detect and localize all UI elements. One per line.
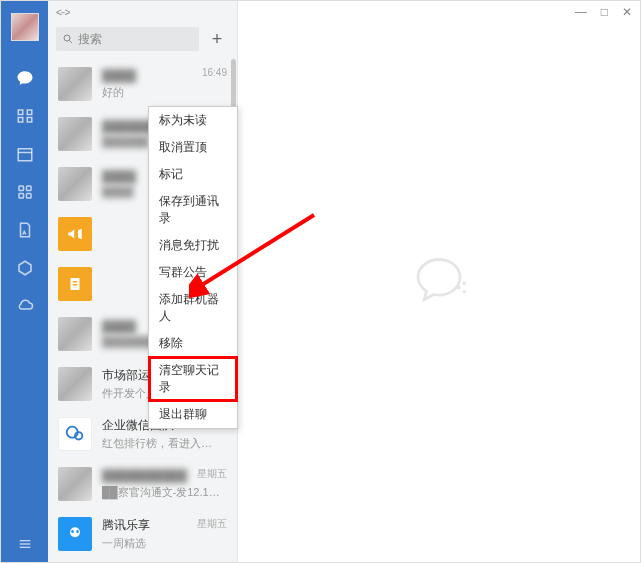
svg-point-17	[64, 35, 70, 41]
ctx-item-4[interactable]: 消息免打扰	[149, 232, 237, 259]
minimize-button[interactable]: —	[575, 5, 587, 19]
svg-point-28	[457, 285, 461, 289]
window-controls: — □ ✕	[575, 5, 632, 19]
context-menu: 标为未读取消置顶标记保存到通讯录消息免打扰写群公告添加群机器人移除清空聊天记录退…	[148, 106, 238, 429]
svg-line-18	[70, 41, 73, 44]
svg-point-26	[76, 530, 79, 533]
svg-rect-4	[18, 149, 32, 161]
svg-rect-12	[26, 194, 31, 199]
chat-avatar	[58, 117, 92, 151]
chat-avatar	[58, 317, 92, 351]
nav-docs-icon[interactable]	[1, 211, 48, 249]
ctx-item-7[interactable]: 移除	[149, 330, 237, 357]
list-header: <··>	[48, 1, 237, 23]
nav-apps-icon[interactable]	[1, 173, 48, 211]
left-sidebar	[1, 1, 48, 562]
close-button[interactable]: ✕	[622, 5, 632, 19]
ctx-item-6[interactable]: 添加群机器人	[149, 286, 237, 330]
nav-workbench-icon[interactable]	[1, 249, 48, 287]
chat-avatar	[58, 267, 92, 301]
chat-preview: 一周精选	[102, 536, 227, 551]
chat-avatar	[58, 67, 92, 101]
chat-avatar	[58, 517, 92, 551]
chat-avatar	[58, 217, 92, 251]
add-button[interactable]: +	[205, 27, 229, 51]
ctx-item-3[interactable]: 保存到通讯录	[149, 188, 237, 232]
ctx-item-1[interactable]: 取消置顶	[149, 134, 237, 161]
svg-rect-0	[18, 110, 23, 115]
nav-calendar-icon[interactable]	[1, 135, 48, 173]
nav-chat-icon[interactable]	[1, 59, 48, 97]
ctx-item-0[interactable]: 标为未读	[149, 107, 237, 134]
menu-toggle-icon[interactable]	[1, 536, 48, 552]
svg-rect-10	[26, 186, 31, 191]
search-input[interactable]: 搜索	[56, 27, 199, 51]
chat-time: 星期五	[197, 467, 227, 481]
chat-preview: ██察官沟通文-发12.1…	[102, 485, 227, 500]
search-placeholder: 搜索	[78, 31, 102, 48]
nav-contacts-icon[interactable]	[1, 97, 48, 135]
chat-item[interactable]: 审批你的用章申请（不外…星期四	[48, 559, 237, 562]
svg-rect-9	[19, 186, 24, 191]
more-dots-icon[interactable]: <··>	[56, 7, 69, 18]
search-icon	[62, 33, 74, 45]
empty-logo-icon	[404, 245, 474, 318]
chat-preview: 红包排行榜，看进入…	[102, 436, 227, 451]
user-avatar[interactable]	[11, 13, 39, 41]
chat-avatar	[58, 367, 92, 401]
main-panel: — □ ✕	[238, 1, 640, 562]
svg-rect-2	[18, 118, 23, 123]
maximize-button[interactable]: □	[601, 5, 608, 19]
svg-point-29	[462, 281, 466, 285]
svg-point-30	[462, 289, 466, 293]
ctx-item-2[interactable]: 标记	[149, 161, 237, 188]
chat-avatar	[58, 467, 92, 501]
chat-time: 星期五	[197, 517, 227, 531]
nav-cloud-icon[interactable]	[1, 287, 48, 325]
ctx-item-8[interactable]: 清空聊天记录	[149, 357, 237, 401]
svg-marker-13	[19, 261, 31, 275]
chat-item[interactable]: 腾讯乐享一周精选星期五	[48, 509, 237, 559]
search-row: 搜索 +	[48, 23, 237, 59]
ctx-item-5[interactable]: 写群公告	[149, 259, 237, 286]
chat-preview: 好的	[102, 85, 227, 100]
chat-time: 16:49	[202, 67, 227, 78]
svg-rect-3	[27, 118, 32, 123]
chat-item[interactable]: ████好的16:49	[48, 59, 237, 109]
chat-avatar	[58, 167, 92, 201]
svg-rect-11	[19, 194, 24, 199]
chat-item[interactable]: ████████████察官沟通文-发12.1…星期五	[48, 459, 237, 509]
chat-avatar	[58, 417, 92, 451]
ctx-item-9[interactable]: 退出群聊	[149, 401, 237, 428]
svg-rect-1	[27, 110, 32, 115]
svg-point-25	[71, 530, 74, 533]
